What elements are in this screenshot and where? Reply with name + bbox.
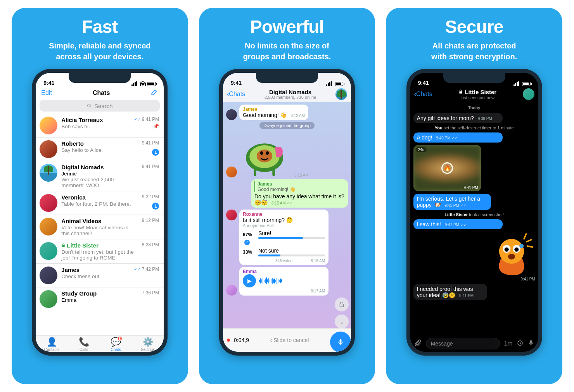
attach-button[interactable] [414, 339, 422, 348]
message-text: A dog! [417, 134, 432, 141]
avatar [40, 164, 57, 182]
voice-message-bubble[interactable]: Emma ▶ 8:17 AM [239, 267, 328, 296]
mic-button[interactable] [330, 332, 351, 352]
message-text: Do you have any idea what time it is? 😴😴 [254, 193, 344, 206]
poll-option[interactable]: 33% Not sure [243, 248, 325, 256]
poll-bubble[interactable]: Roxanne Is it still morning? 🤔 Anonymous… [239, 210, 328, 265]
chat-row[interactable]: Study Group Emma 7:36 PM [36, 287, 164, 311]
message-row: 24s 🔥 9:41 PM [413, 145, 535, 191]
search-placeholder: Search [94, 103, 113, 109]
chat-row[interactable]: Roberto Say hello to Alice. 9:41 PM 1 [36, 138, 164, 161]
compose-icon [150, 88, 158, 96]
chat-preview: JennieWe just reached 2,500 members! WOO… [61, 171, 138, 188]
chat-row[interactable]: Digital Nomads JennieWe just reached 2,5… [36, 161, 164, 191]
chat-name: Veronica [61, 194, 86, 201]
poll-option[interactable]: 67% Sure! [243, 230, 325, 239]
message-text: I saw this! [417, 221, 441, 227]
mic-icon [337, 338, 344, 346]
lock-icon [61, 243, 66, 248]
message-bubble[interactable]: I'm serious. Let's get her a puppy. 🐶 9:… [413, 194, 491, 210]
chat-time: 9:41 PM [142, 164, 159, 169]
system-message: You set the self-destruct timer to 1 min… [413, 126, 535, 130]
search-icon [87, 103, 92, 108]
svg-point-13 [514, 248, 519, 252]
sender-name: James [243, 107, 305, 112]
mic-button[interactable] [527, 339, 534, 348]
message-bubble[interactable]: James Good morning! 👋 Do you have any id… [251, 179, 348, 208]
nav-bar: ‹ Chats Digital Nomads 2,503 members, 73… [223, 87, 351, 102]
edit-button[interactable]: Edit [41, 89, 52, 96]
message-input[interactable]: Message [426, 338, 500, 349]
waveform[interactable] [259, 277, 325, 285]
message-row: I'm serious. Let's get her a puppy. 🐶 9:… [413, 194, 535, 210]
message-bubble[interactable]: A dog! 9:40 PM ✓✓ [413, 132, 503, 143]
chat-row[interactable]: Veronica Table for four, 2 PM. Be there.… [36, 191, 164, 215]
phone-frame: 9:41 Edit Chats Search [32, 69, 168, 356]
chat-name: Little Sister [61, 242, 99, 249]
message-bubble[interactable]: Any gift ideas for mom? 9:39 PM [413, 113, 503, 123]
phone-notch [443, 73, 505, 83]
chat-row[interactable]: Little Sister Don't tell mom yet, but I … [36, 239, 164, 264]
chat-title-block[interactable]: Digital Nomads 2,503 members, 736 online [247, 89, 333, 100]
timer-button[interactable] [517, 339, 524, 348]
tab-settings[interactable]: ⚙️Settings [132, 337, 164, 352]
contact-avatar[interactable] [523, 88, 534, 100]
avatar [40, 290, 57, 308]
svg-point-9 [499, 239, 524, 264]
play-button[interactable]: ▶ [243, 274, 256, 287]
record-duration: 0:04,9 [234, 337, 249, 343]
message-list[interactable]: Today Any gift ideas for mom? 9:39 PM Yo… [410, 102, 538, 335]
back-button[interactable]: ‹ Chats [414, 91, 432, 98]
message-time: 9:41 PM [463, 186, 478, 190]
calls-icon: 📞 [79, 337, 89, 347]
compose-button[interactable] [150, 88, 158, 98]
system-message: Little Sister took a screenshot! [413, 212, 535, 217]
message-row: Emma ▶ 8:17 AM [226, 267, 348, 296]
chat-preview: Emma [61, 297, 138, 303]
message-list[interactable]: James Good morning! 👋 8:12 AM Dwayne joi… [223, 102, 351, 328]
chat-row[interactable]: Animal Videos Vote now! Moar cat videos … [36, 215, 164, 239]
nav-bar: ‹ Chats Little Sister last seen just now [410, 87, 538, 102]
status-indicators [513, 81, 531, 86]
message-bubble[interactable]: James Good morning! 👋 8:12 AM [239, 105, 308, 120]
timer-icon [517, 339, 524, 346]
tab-badge: 8 [117, 336, 123, 341]
card-subtitle: Simple, reliable and synced across all y… [41, 40, 158, 62]
group-avatar[interactable] [335, 88, 347, 100]
paperclip-icon [414, 339, 422, 347]
lock-record-button[interactable] [335, 297, 349, 311]
chat-preview: Say hello to Alice. [61, 147, 138, 153]
chat-row[interactable]: James Check these out ✓✓7:42 PM [36, 264, 164, 287]
tab-chats[interactable]: 💬8Chats [100, 337, 132, 352]
chat-time: 7:36 PM [142, 290, 159, 296]
slide-to-cancel[interactable]: ‹ Slide to cancel [253, 337, 326, 343]
system-message: Dwayne joined the group [259, 122, 315, 129]
message-row: I saw this! 9:41 PM ✓✓ [413, 219, 535, 229]
poll-votes: 345 voted [275, 259, 292, 263]
chat-time: 9:41 PM [142, 140, 159, 146]
chat-title: Digital Nomads [247, 89, 333, 95]
svg-point-3 [257, 150, 273, 162]
back-button[interactable]: ‹ Chats [227, 91, 245, 98]
screen-group-chat: 9:41 ‹ Chats Digital Nomads 2,503 member… [223, 73, 351, 352]
contacts-icon: 👤 [47, 337, 57, 347]
message-bubble[interactable]: I saw this! 9:41 PM ✓✓ [413, 219, 503, 229]
message-bubble[interactable]: I needed proof this was your idea! 😰🤫 9:… [413, 284, 487, 300]
tab-calls[interactable]: 📞Calls [68, 337, 100, 352]
avatar [40, 117, 57, 134]
phone-notch [69, 73, 131, 83]
status-time: 9:41 [231, 80, 242, 86]
reply-sender: James [258, 181, 344, 187]
sender-name: Emma [243, 269, 325, 274]
voted-check-icon: ✓ [244, 240, 250, 245]
chat-row[interactable]: Alicia Torreaux Bob says hi. ✓✓9:41 PM 📌 [36, 114, 164, 138]
search-field[interactable]: Search [40, 100, 160, 112]
lock-icon [458, 89, 463, 94]
chat-title-block[interactable]: Little Sister last seen just now [435, 89, 520, 100]
message-time: 8:15 AM [294, 173, 309, 177]
disappearing-photo[interactable]: 24s 🔥 9:41 PM [413, 145, 481, 191]
card-subtitle: All chats are protected with strong encr… [424, 40, 525, 62]
chat-list[interactable]: Alicia Torreaux Bob says hi. ✓✓9:41 PM 📌… [36, 114, 164, 335]
scroll-down-button[interactable]: ⌄ [335, 315, 349, 328]
tab-contacts[interactable]: 👤Contacts [36, 337, 68, 352]
